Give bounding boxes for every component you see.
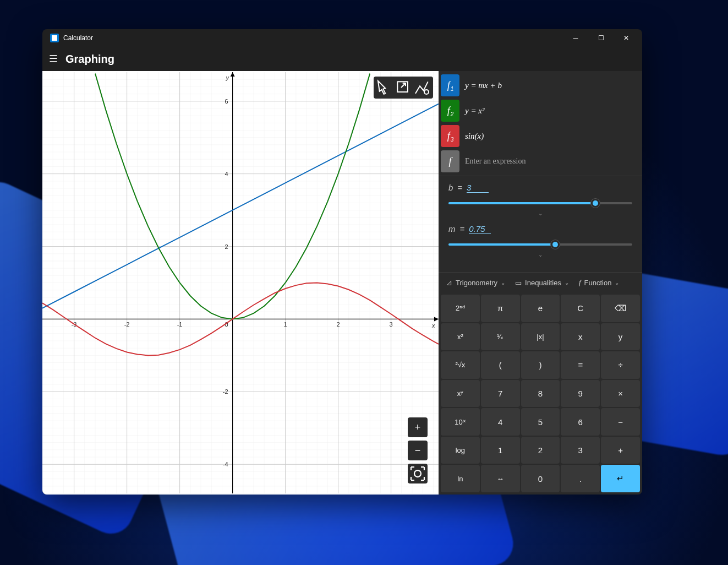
zoom-out-button[interactable]: − xyxy=(408,441,428,460)
key-10ˣ[interactable]: 10ˣ xyxy=(441,408,480,436)
key-2ⁿᵈ[interactable]: 2ⁿᵈ xyxy=(441,295,480,322)
key-π[interactable]: π xyxy=(481,295,520,322)
keypad: 2ⁿᵈπeC⌫x²¹⁄ₓ|x|xy²√x()=÷xʸ789×10ˣ456−log… xyxy=(439,292,642,495)
key-↵[interactable]: ↵ xyxy=(601,465,640,492)
key-xʸ[interactable]: xʸ xyxy=(441,380,480,408)
key-e[interactable]: e xyxy=(521,295,560,322)
key-8[interactable]: 8 xyxy=(521,380,560,408)
zoom-controls: + − xyxy=(408,417,428,483)
param-value[interactable]: 3 xyxy=(467,183,489,193)
side-panel: f1y = mx + bf2y = x²f3sin(x)fEnter an ex… xyxy=(439,71,642,495)
app-icon xyxy=(50,34,59,42)
equation-badge-empty: f xyxy=(441,150,459,172)
equation-row[interactable]: f2y = x² xyxy=(441,99,640,123)
svg-point-126 xyxy=(424,90,429,94)
close-button[interactable]: ✕ xyxy=(614,29,639,47)
svg-text:-2: -2 xyxy=(124,321,130,328)
svg-text:x: x xyxy=(431,322,435,329)
svg-text:2: 2 xyxy=(337,321,340,328)
param-m-slider[interactable] xyxy=(448,238,632,249)
window-title: Calculator xyxy=(63,34,93,42)
param-value[interactable]: 0.75 xyxy=(469,224,491,234)
equation-placeholder: Enter an expression xyxy=(465,157,526,166)
key-1[interactable]: 1 xyxy=(481,437,520,464)
svg-text:4: 4 xyxy=(225,171,228,177)
equation-badge[interactable]: f2 xyxy=(441,100,459,122)
app-header: ☰ Graphing xyxy=(42,47,642,71)
param-b-slider[interactable] xyxy=(448,197,632,208)
share-icon[interactable] xyxy=(395,79,412,96)
key-y[interactable]: y xyxy=(601,323,640,351)
svg-text:6: 6 xyxy=(225,98,228,105)
key-|x|[interactable]: |x| xyxy=(521,323,560,351)
equation-row[interactable]: f1y = mx + b xyxy=(441,73,640,97)
key-log[interactable]: log xyxy=(441,437,480,464)
svg-text:-2: -2 xyxy=(223,388,228,395)
ineq-dropdown[interactable]: ▭Inequalities⌄ xyxy=(515,278,569,287)
key-⌫[interactable]: ⌫ xyxy=(601,295,640,322)
graph-toolbar xyxy=(374,77,433,99)
equation-input-row[interactable]: fEnter an expression xyxy=(441,149,640,173)
equation-badge[interactable]: f3 xyxy=(441,125,459,147)
trig-dropdown[interactable]: ⊿Trigonometry⌄ xyxy=(446,278,505,287)
key-([interactable]: ( xyxy=(481,351,520,379)
equation-expr: y = x² xyxy=(465,106,484,116)
params-panel: b = 3 ⌄ m = 0.75 xyxy=(439,176,642,272)
expand-icon[interactable]: ⌄ xyxy=(448,252,632,258)
minimize-button[interactable]: ─ xyxy=(563,29,588,47)
key-÷[interactable]: ÷ xyxy=(601,351,640,379)
titlebar: Calculator ─ ☐ ✕ xyxy=(42,29,642,47)
key-¹⁄ₓ[interactable]: ¹⁄ₓ xyxy=(481,323,520,351)
param-name: b xyxy=(448,183,453,192)
expand-icon[interactable]: ⌄ xyxy=(448,210,632,216)
key-x²[interactable]: x² xyxy=(441,323,480,351)
key-.[interactable]: . xyxy=(561,465,600,492)
svg-point-127 xyxy=(414,470,421,477)
trace-icon[interactable] xyxy=(376,79,393,96)
svg-text:3: 3 xyxy=(390,321,393,328)
key-×[interactable]: × xyxy=(601,380,640,408)
key-5[interactable]: 5 xyxy=(521,408,560,436)
svg-text:y: y xyxy=(226,74,230,81)
graph-area[interactable]: -3-2-1123-4-2246xy0 + − xyxy=(42,71,439,495)
maximize-button[interactable]: ☐ xyxy=(588,29,614,47)
key-3[interactable]: 3 xyxy=(561,437,600,464)
param-m: m = 0.75 ⌄ xyxy=(448,224,632,258)
menu-icon[interactable]: ☰ xyxy=(49,53,58,65)
key-+[interactable]: + xyxy=(601,437,640,464)
mode-title: Graphing xyxy=(65,53,114,66)
key-C[interactable]: C xyxy=(561,295,600,322)
key-x[interactable]: x xyxy=(561,323,600,351)
key-ln[interactable]: ln xyxy=(441,465,480,492)
equation-expr: y = mx + b xyxy=(465,81,502,90)
func-dropdown[interactable]: fFunction⌄ xyxy=(579,278,620,287)
equation-badge[interactable]: f1 xyxy=(441,74,459,96)
key-6[interactable]: 6 xyxy=(561,408,600,436)
key-)[interactable]: ) xyxy=(521,351,560,379)
key-2[interactable]: 2 xyxy=(521,437,560,464)
key-4[interactable]: 4 xyxy=(481,408,520,436)
svg-text:-1: -1 xyxy=(177,321,183,328)
keypad-toolbar: ⊿Trigonometry⌄ ▭Inequalities⌄ fFunction⌄ xyxy=(439,272,642,292)
key-7[interactable]: 7 xyxy=(481,380,520,408)
svg-text:-4: -4 xyxy=(223,461,228,468)
key-=[interactable]: = xyxy=(561,351,600,379)
equation-expr: sin(x) xyxy=(465,132,484,141)
zoom-in-button[interactable]: + xyxy=(408,417,428,437)
equation-list: f1y = mx + bf2y = x²f3sin(x)fEnter an ex… xyxy=(439,71,642,176)
svg-text:1: 1 xyxy=(284,321,287,328)
svg-text:2: 2 xyxy=(225,243,228,250)
key-9[interactable]: 9 xyxy=(561,380,600,408)
param-b: b = 3 ⌄ xyxy=(448,183,632,216)
param-name: m xyxy=(448,224,456,233)
graph-options-icon[interactable] xyxy=(413,79,431,96)
key-0[interactable]: 0 xyxy=(521,465,560,492)
key-−[interactable]: − xyxy=(601,408,640,436)
key-↔[interactable]: ↔ xyxy=(481,465,520,492)
zoom-fit-button[interactable] xyxy=(408,464,428,483)
calculator-window: Calculator ─ ☐ ✕ ☰ Graphing -3-2-1123-4-… xyxy=(42,29,642,495)
equation-row[interactable]: f3sin(x) xyxy=(441,124,640,148)
key-²√x[interactable]: ²√x xyxy=(441,351,480,379)
